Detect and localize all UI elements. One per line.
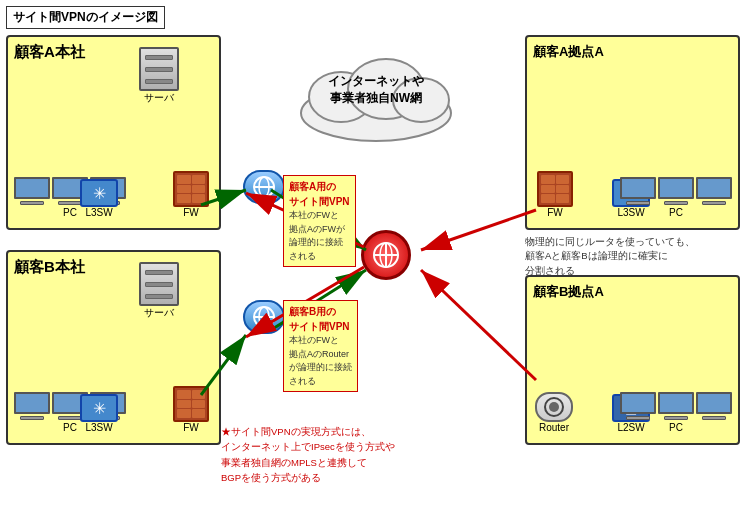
fw-b-honsha: FW	[173, 386, 209, 433]
site-a-kyoten: 顧客A拠点A FW ✳ L3SW	[525, 35, 740, 230]
router-b-kyoten: Router	[535, 392, 573, 433]
middle-area: インターネットや事業者独自NW網	[221, 35, 531, 455]
fw-a-honsha: FW	[173, 171, 209, 218]
ce-router-a	[243, 170, 285, 204]
page-container: サイト間VPNのイメージ図 顧客A本社 サーバ	[0, 0, 746, 506]
ce-router-b	[243, 300, 285, 334]
l3sw-b-honsha: ✳ L3SW	[80, 394, 118, 433]
pe-router-center	[361, 230, 411, 280]
server-a: サーバ	[139, 47, 179, 105]
server-b: サーバ	[139, 262, 179, 320]
site-b-kyoten: 顧客B拠点A Router ▦ L2SW	[525, 275, 740, 445]
fw-a-kyoten: FW	[537, 171, 573, 218]
l3sw-a-honsha: ✳ L3SW	[80, 179, 118, 218]
note-top-right: 物理的に同じルータを使っていても、 顧客Aと顧客Bは論理的に確実に 分割される	[525, 235, 740, 278]
site-b-kyoten-title: 顧客B拠点A	[533, 283, 732, 301]
site-a-honsha: 顧客A本社 サーバ	[6, 35, 221, 230]
internet-cloud: インターネットや事業者独自NW網	[286, 45, 466, 145]
pc-b-kyoten-group: PC	[620, 392, 732, 433]
vpn-b-annotation: 顧客B用の サイト間VPN 本社のFWと 拠点AのRouter が論理的に接続 …	[283, 300, 358, 392]
pc-a-kyoten-group: PC	[620, 177, 732, 218]
note-bottom: ★サイト間VPNの実現方式には、 インターネット上でIPsecを使う方式や 事業…	[221, 424, 521, 485]
site-b-honsha: 顧客B本社 サーバ	[6, 250, 221, 445]
site-a-kyoten-title: 顧客A拠点A	[533, 43, 732, 61]
vpn-a-annotation: 顧客A用の サイト間VPN 本社のFWと 拠点AのFWが 論理的に接続 される	[283, 175, 356, 267]
page-title: サイト間VPNのイメージ図	[6, 6, 165, 29]
internet-label: インターネットや事業者独自NW網	[286, 73, 466, 107]
site-b-honsha-title: 顧客B本社	[14, 258, 213, 277]
site-a-honsha-title: 顧客A本社	[14, 43, 213, 62]
